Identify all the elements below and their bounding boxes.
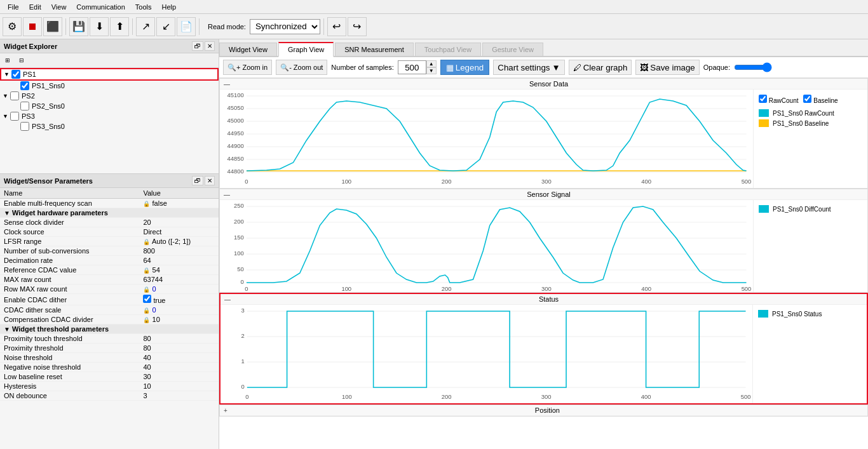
menu-file[interactable]: File bbox=[3, 2, 24, 12]
svg-text:300: 300 bbox=[541, 394, 552, 400]
tree-expand-ps1[interactable]: ▼ bbox=[4, 71, 11, 77]
import-button[interactable]: ↙ bbox=[156, 17, 175, 36]
svg-text:250: 250 bbox=[234, 203, 244, 209]
baseline-checkbox[interactable] bbox=[803, 95, 811, 103]
table-row: ▼ Widget hardware parameters bbox=[0, 208, 219, 218]
up-button[interactable]: ⬆ bbox=[110, 17, 129, 36]
tree-label-ps2: PS2 bbox=[22, 92, 216, 100]
params-panel: Name Value Enable multi-frequency scan 🔒… bbox=[0, 188, 219, 449]
param-value: 40 bbox=[139, 363, 219, 372]
menu-tools[interactable]: Tools bbox=[130, 2, 157, 12]
toolbar-sep-2 bbox=[132, 18, 133, 35]
zoom-in-button[interactable]: 🔍+ Zoom in bbox=[223, 60, 272, 75]
down-button[interactable]: ⬇ bbox=[90, 17, 109, 36]
float-button[interactable]: 🗗 bbox=[192, 41, 203, 51]
menu-help[interactable]: Help bbox=[156, 2, 181, 12]
table-row: ▼ Widget threshold parameters bbox=[0, 325, 219, 334]
tree-item-ps2-sns0[interactable]: PS2_Sns0 bbox=[0, 101, 219, 111]
chart-sensor-data-collapse[interactable]: — bbox=[224, 81, 230, 88]
chart-sensor-signal-collapse[interactable]: — bbox=[224, 191, 230, 198]
chart-position: + Position bbox=[219, 405, 868, 417]
tree-checkbox-ps2sns0[interactable] bbox=[20, 102, 29, 111]
svg-text:1: 1 bbox=[241, 358, 244, 365]
redo-button[interactable]: ↪ bbox=[348, 17, 367, 36]
pause-button[interactable]: ⬛ bbox=[43, 17, 62, 36]
tree-checkbox-ps3sns0[interactable] bbox=[20, 122, 29, 131]
report-button[interactable]: 📄 bbox=[177, 17, 196, 36]
legend-checkboxes: RawCount Baseline bbox=[759, 95, 862, 104]
menu-communication[interactable]: Communication bbox=[71, 2, 130, 12]
params-scroll[interactable]: Name Value Enable multi-frequency scan 🔒… bbox=[0, 188, 219, 449]
table-row: Sense clock divider 20 bbox=[0, 218, 219, 227]
save-image-button[interactable]: 🖼 Save image bbox=[635, 60, 699, 75]
collapse-all-button[interactable]: ⊟ bbox=[15, 55, 28, 66]
tab-snr-measurement[interactable]: SNR Measurement bbox=[335, 43, 414, 56]
tree-expand-ps3[interactable]: ▼ bbox=[3, 113, 10, 119]
legend-button[interactable]: ▦ Legend bbox=[440, 60, 489, 75]
param-name: Low baseline reset bbox=[0, 372, 139, 382]
chart-status-svg-wrap: 3 2 1 0 0 100 200 300 400 bbox=[220, 305, 752, 403]
lock-icon: 🔒 bbox=[143, 286, 150, 293]
param-checkbox[interactable] bbox=[143, 295, 151, 303]
stop-button[interactable]: ⏹ bbox=[23, 17, 42, 36]
lock-icon: 🔒 bbox=[143, 267, 150, 274]
params-close-button[interactable]: ✕ bbox=[205, 176, 215, 185]
tab-graph-view[interactable]: Graph View bbox=[278, 42, 334, 57]
rawcount-check-label[interactable]: RawCount bbox=[759, 95, 798, 104]
param-name: ON debounce bbox=[0, 391, 139, 401]
chart-position-collapse[interactable]: + bbox=[224, 407, 227, 414]
baseline-check-label[interactable]: Baseline bbox=[803, 95, 837, 104]
param-name: Negative noise threshold bbox=[0, 363, 139, 372]
export-button[interactable]: ↗ bbox=[136, 17, 155, 36]
tab-widget-view[interactable]: Widget View bbox=[219, 43, 277, 56]
chart-sensor-signal-legend: PS1_Sns0 DiffCount bbox=[753, 200, 867, 292]
widget-explorer-title: Widget Explorer bbox=[4, 43, 57, 50]
tree-item-ps1[interactable]: ▼ PS1 bbox=[0, 68, 219, 81]
tree-label-ps1: PS1 bbox=[23, 70, 215, 78]
svg-text:500: 500 bbox=[742, 286, 752, 292]
tree-item-ps3-sns0[interactable]: PS3_Sns0 bbox=[0, 121, 219, 131]
samples-up[interactable]: ▲ bbox=[426, 60, 437, 67]
svg-text:100: 100 bbox=[234, 250, 244, 257]
charts-area[interactable]: — Sensor Data 45100 45050 45000 44950 44… bbox=[219, 78, 868, 449]
settings-button[interactable]: ⚙ bbox=[3, 17, 22, 36]
svg-text:44850: 44850 bbox=[227, 156, 244, 162]
opaque-slider[interactable] bbox=[734, 63, 772, 72]
read-mode-select[interactable]: Synchronized bbox=[250, 19, 320, 34]
samples-down[interactable]: ▼ bbox=[426, 67, 437, 74]
menu-edit[interactable]: Edit bbox=[24, 2, 46, 12]
rawcount-checkbox[interactable] bbox=[759, 95, 767, 103]
tree-checkbox-ps3[interactable] bbox=[10, 112, 19, 121]
tree-expand-ps2[interactable]: ▼ bbox=[3, 93, 10, 99]
param-value: 30 bbox=[139, 372, 219, 382]
undo-button[interactable]: ↩ bbox=[327, 17, 346, 36]
param-name: Enable CDAC dither bbox=[0, 294, 139, 305]
tree-checkbox-ps1[interactable] bbox=[11, 70, 20, 79]
params-float-button[interactable]: 🗗 bbox=[192, 176, 203, 185]
svg-text:500: 500 bbox=[742, 178, 752, 185]
tab-gesture-view[interactable]: Gesture View bbox=[482, 43, 543, 56]
tree-checkbox-ps2[interactable] bbox=[10, 91, 19, 100]
left-panel: Widget Explorer 🗗 ✕ ⊞ ⊟ ▼ PS1 bbox=[0, 39, 219, 449]
table-row: MAX raw count 63744 bbox=[0, 275, 219, 285]
menu-view[interactable]: View bbox=[46, 2, 72, 12]
param-value: 🔒 10 bbox=[139, 315, 219, 325]
tree-checkbox-ps1sns0[interactable] bbox=[20, 81, 29, 90]
svg-text:300: 300 bbox=[541, 286, 552, 292]
save-button[interactable]: 💾 bbox=[69, 17, 88, 36]
expand-all-button[interactable]: ⊞ bbox=[1, 55, 14, 66]
table-row: Compensation CDAC divider 🔒 10 bbox=[0, 315, 219, 325]
tree-item-ps3[interactable]: ▼ PS3 bbox=[0, 111, 219, 121]
chart-status-collapse[interactable]: — bbox=[224, 296, 231, 303]
tree-item-ps1-sns0[interactable]: PS1_Sns0 bbox=[0, 81, 219, 91]
chart-settings-button[interactable]: Chart settings ▼ bbox=[493, 60, 564, 75]
tree-item-ps2[interactable]: ▼ PS2 bbox=[0, 91, 219, 101]
samples-input[interactable] bbox=[398, 60, 426, 74]
tab-touchpad-view[interactable]: Touchpad View bbox=[415, 43, 481, 56]
clear-graph-button[interactable]: 🖊 Clear graph bbox=[569, 60, 632, 75]
zoom-out-button[interactable]: 🔍- Zoom out bbox=[276, 60, 327, 75]
close-panel-button[interactable]: ✕ bbox=[205, 41, 215, 51]
param-value: Direct bbox=[139, 227, 219, 237]
param-name: Proximity touch threshold bbox=[0, 334, 139, 344]
widget-explorer-header: Widget Explorer 🗗 ✕ bbox=[0, 39, 219, 53]
